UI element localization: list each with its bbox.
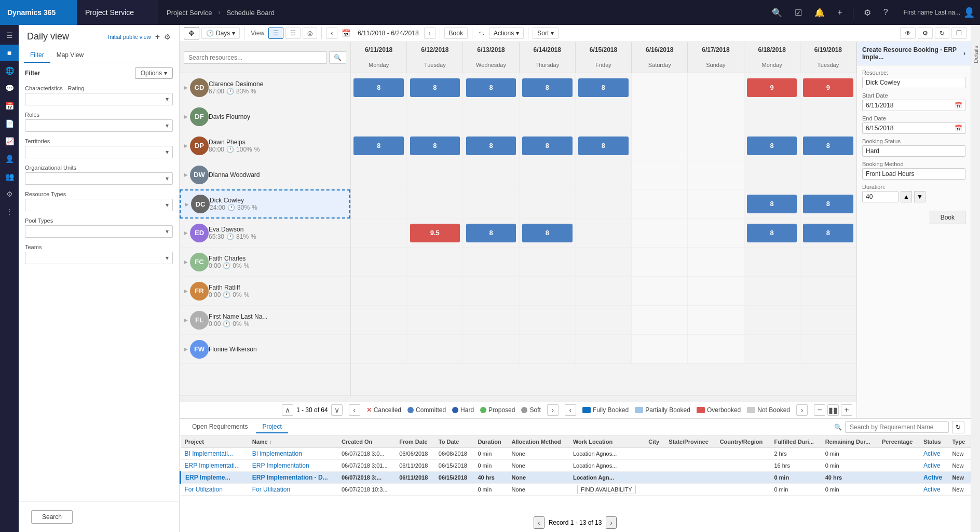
expand-icon[interactable]: › [963,50,965,57]
booking-block[interactable]: 8 [466,78,516,97]
expand-icon[interactable]: ▶ [184,230,188,236]
name-link[interactable]: For Utilization [252,486,290,493]
booking-block[interactable]: 8 [747,137,797,155]
roles-select[interactable] [25,119,173,132]
fullscreen-btn[interactable]: ❒ [951,28,967,39]
list-view-btn[interactable]: ☰ [268,28,283,39]
end-date-input[interactable] [862,122,965,134]
details-sidebar[interactable]: Details [971,25,980,532]
resource-search-input[interactable] [184,51,327,64]
teams-select[interactable] [25,252,173,264]
legend-prev2-btn[interactable]: ‹ [565,404,576,416]
tab-map-view[interactable]: Map View [50,48,90,63]
expand-icon[interactable]: ▶ [184,346,188,352]
booking-block[interactable]: 8 [522,224,572,242]
list-item[interactable]: ▶ DP Dawn Phelps 80:00 🕐 100% % [180,131,350,160]
legend-overbooked[interactable]: Overbooked [697,406,741,414]
sidebar-menu-icon[interactable]: ☰ [4,27,15,44]
legend-partially-booked[interactable]: Partially Booked [635,406,690,414]
refresh-btn[interactable]: ↻ [935,28,949,39]
req-search-input[interactable] [845,421,949,433]
book-submit-btn[interactable]: Book [930,211,965,224]
sidebar-globe-icon[interactable]: 🌐 [3,62,16,79]
sidebar-contacts-icon[interactable]: 👥 [3,168,16,185]
project-service-nav[interactable]: Project Service [77,0,158,25]
initial-public-view-btn[interactable]: Initial public view [108,34,151,40]
start-date-input[interactable] [862,100,965,111]
booking-block[interactable]: 8 [353,137,403,155]
legend-proposed[interactable]: Proposed [480,406,515,414]
sidebar-dashboard-icon[interactable]: ■ [0,45,19,61]
status-link[interactable]: Active [923,450,941,457]
booking-block[interactable]: 8 [747,195,797,213]
list-item[interactable]: ▶ FC Faith Charles 0:00 🕐 0% % [180,248,350,277]
resource-search-btn[interactable]: 🔍 [329,51,346,64]
next-date-btn[interactable]: › [424,28,435,39]
view-toggle-btn[interactable]: 👁 [900,28,916,39]
legend-soft[interactable]: Soft [521,406,540,414]
list-item[interactable]: ▶ FW Florine Wilkerson [180,335,350,364]
expand-icon[interactable]: ▶ [184,288,188,294]
table-row[interactable]: BI Implementati...BI implementation06/07… [181,448,971,460]
name-link[interactable]: ERP Implementation [252,462,309,469]
legend-fully-booked[interactable]: Fully Booked [582,406,629,414]
sidebar-calendar-icon[interactable]: 📅 [3,98,16,114]
actions-dropdown[interactable]: Actions ▾ [489,28,524,39]
expand-rows-btn[interactable]: ✥ [184,27,199,39]
pause-btn[interactable]: ▮▮ [827,404,839,416]
sort-dropdown[interactable]: Sort ▾ [533,28,559,39]
list-item[interactable]: ▶ DW Dianna Woodward [180,160,350,189]
search-icon[interactable]: 🔍 [768,6,786,20]
booking-block[interactable]: 8 [353,78,403,97]
settings-icon[interactable]: ⚙ [860,6,875,20]
booking-block[interactable]: 8 [466,224,516,242]
h-scrollbar[interactable] [180,395,856,402]
booking-block[interactable]: 9 [803,78,853,97]
expand-icon[interactable]: ▶ [184,259,188,265]
sidebar-chart-icon[interactable]: 📈 [3,133,16,149]
duration-down-btn[interactable]: ▼ [914,191,925,202]
help-icon[interactable]: ? [879,6,892,19]
booking-block[interactable]: 8 [410,137,460,155]
booking-block[interactable]: 8 [466,137,516,155]
sidebar-settings2-icon[interactable]: ⚙ [4,186,15,202]
resource-select[interactable]: Dick Cowley [862,77,965,88]
name-link[interactable]: BI implementation [252,450,302,457]
list-item[interactable]: ▶ FL First Name Last Na... 0:00 🕐 0% % [180,306,350,335]
legend-prev-btn[interactable]: ‹ [349,404,360,416]
duration-input[interactable] [862,191,899,202]
grid-view-btn[interactable]: ☷ [285,28,301,39]
next-page-btn[interactable]: ∨ [331,404,343,416]
table-row[interactable]: ERP Impleme...ERP Implementation - D...0… [181,472,971,484]
list-item[interactable]: ▶ ED Eva Dawson 65:30 🕐 81% % [180,219,350,248]
status-link[interactable]: Active [923,462,941,469]
legend-hard[interactable]: Hard [452,406,474,414]
search-req-icon[interactable]: 🔍 [834,424,842,431]
list-item[interactable]: ▶ DC Dick Cowley 24:00 🕐 30% % [180,189,350,219]
list-item[interactable]: ▶ CD Clarence Desimone 67:00 🕐 83% % [180,73,350,102]
status-link[interactable]: Active [923,474,942,481]
resource-types-select[interactable] [25,199,173,211]
tab-open-requirements[interactable]: Open Requirements [186,421,254,433]
project-link[interactable]: For Utilization [185,486,223,493]
pool-types-select[interactable] [25,225,173,238]
add-view-icon[interactable]: + [155,32,160,42]
sidebar-misc-icon[interactable]: ⋮ [4,203,15,220]
sidebar-doc-icon[interactable]: 📄 [3,115,16,132]
booking-method-select[interactable]: Front Load Hours [862,168,965,180]
legend-committed[interactable]: Committed [407,406,446,414]
prev-date-btn[interactable]: ‹ [326,28,337,39]
table-row[interactable]: ERP Implementati...ERP Implementation06/… [181,460,971,472]
bell-icon[interactable]: 🔔 [810,6,829,20]
project-link[interactable]: ERP Implementati... [185,462,240,469]
req-next-btn[interactable]: › [606,516,617,529]
zoom-out-btn[interactable]: − [814,404,825,416]
booking-block[interactable]: 8 [747,224,797,242]
prev-page-btn[interactable]: ∧ [282,404,293,416]
booking-status-select[interactable]: Hard [862,145,965,157]
booking-block[interactable]: 8 [578,137,628,155]
legend-cancelled[interactable]: ✕ Cancelled [366,406,401,414]
table-row[interactable]: For UtilizationFor Utilization06/07/2018… [181,484,971,496]
legend-next2-btn[interactable]: › [796,404,808,416]
expand-icon[interactable]: ▶ [184,172,188,178]
